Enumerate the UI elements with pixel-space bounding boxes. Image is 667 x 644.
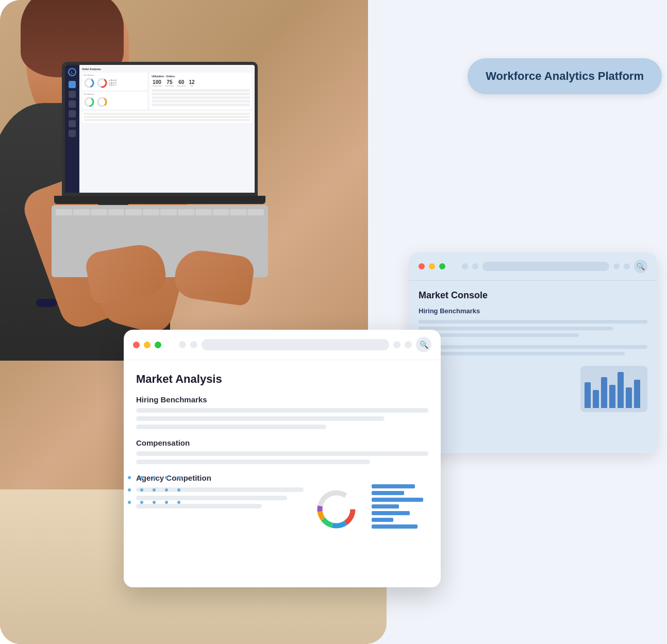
dot <box>165 501 168 504</box>
front-browser-title: Market Analysis <box>136 372 428 386</box>
dot <box>153 501 156 504</box>
close-button-back[interactable] <box>419 263 425 269</box>
back-browser-title: Market Console <box>419 290 647 301</box>
tab-circle <box>472 263 478 269</box>
utilization-title: Utilization - Orders <box>152 75 250 78</box>
dot <box>140 501 143 504</box>
content-line <box>419 327 613 330</box>
line-medium <box>136 416 385 421</box>
spacer <box>449 262 458 270</box>
dot <box>165 488 168 492</box>
dot <box>128 476 131 479</box>
dot <box>153 476 156 479</box>
tab-circle <box>462 263 468 269</box>
dot <box>140 476 143 479</box>
minimize-button-front[interactable] <box>144 342 151 348</box>
decorative-dots <box>128 476 187 510</box>
close-button-front[interactable] <box>133 342 140 348</box>
search-button-front[interactable]: 🔍 <box>416 337 431 352</box>
line-full <box>136 451 428 456</box>
hiring-benchmarks-section: Hiring Benchmarks <box>136 395 428 429</box>
dot <box>177 488 180 492</box>
agency-bar-chart <box>369 487 428 531</box>
line-medium <box>136 460 370 464</box>
dot <box>177 501 180 504</box>
tab-circle-right <box>613 263 620 269</box>
dot <box>177 476 180 479</box>
address-bar-front[interactable] <box>202 339 389 350</box>
title-badge: Workforce Analytics Platform <box>468 58 662 94</box>
search-button-back[interactable]: 🔍 <box>634 260 647 273</box>
tab-circle-right2 <box>624 263 630 269</box>
dot <box>153 488 156 492</box>
browser-window-back: 🔍 Market Console Hiring Benchmarks <box>409 252 657 453</box>
hiring-benchmarks-label: Hiring Benchmarks <box>136 395 428 404</box>
back-bar-chart <box>580 366 647 412</box>
browser-window-front: 🔍 Market Analysis Hiring Benchmarks Comp… <box>124 330 441 587</box>
dot <box>165 476 168 479</box>
compensation-label: Compensation <box>136 438 428 447</box>
content-line <box>419 320 647 324</box>
dashboard-title: Order Analyses <box>82 67 252 71</box>
title-text: Workforce Analytics Platform <box>486 70 644 82</box>
maximize-button-front[interactable] <box>155 342 161 348</box>
tab-circle-right <box>393 341 401 348</box>
tab-circle <box>190 341 197 348</box>
tab-circle <box>179 341 186 348</box>
back-section-label: Hiring Benchmarks <box>419 307 647 315</box>
content-line <box>419 352 625 355</box>
dot <box>128 488 131 492</box>
content-line <box>419 333 579 337</box>
address-bar-back[interactable] <box>482 262 609 271</box>
tab-circle-right2 <box>405 341 412 348</box>
line-full <box>136 408 428 413</box>
agency-donut-chart <box>312 487 361 531</box>
dot <box>140 488 143 492</box>
compensation-section: Compensation <box>136 438 428 464</box>
dot <box>128 501 131 504</box>
line-short <box>136 425 326 429</box>
minimize-button-back[interactable] <box>429 263 435 269</box>
content-line <box>419 345 647 349</box>
maximize-button-back[interactable] <box>439 263 445 269</box>
